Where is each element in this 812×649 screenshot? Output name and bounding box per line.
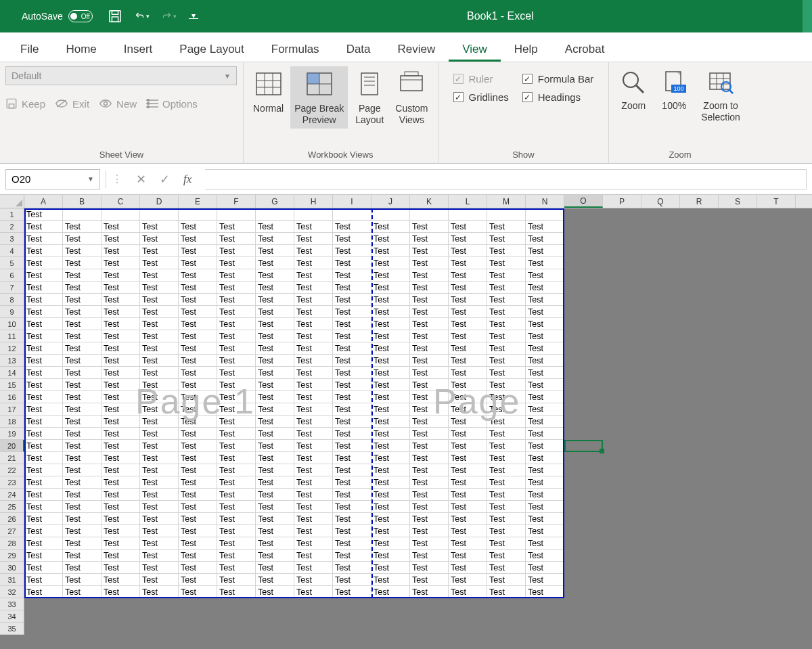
cell[interactable]: Test bbox=[410, 574, 449, 586]
cell[interactable] bbox=[603, 269, 641, 282]
cell[interactable]: Test bbox=[294, 330, 333, 342]
cell[interactable]: Test bbox=[526, 452, 564, 464]
cell[interactable] bbox=[641, 208, 680, 221]
cell[interactable] bbox=[140, 598, 179, 610]
col-header-C[interactable]: C bbox=[102, 195, 140, 208]
cell[interactable] bbox=[757, 294, 796, 306]
cell[interactable]: Test bbox=[63, 513, 102, 525]
cell[interactable]: Test bbox=[371, 525, 410, 537]
cell[interactable] bbox=[564, 221, 603, 233]
cell[interactable]: Test bbox=[526, 476, 564, 489]
cell[interactable]: Test bbox=[526, 574, 564, 586]
cell[interactable] bbox=[641, 318, 680, 330]
cell[interactable] bbox=[680, 562, 719, 574]
cell[interactable]: Test bbox=[179, 513, 217, 525]
cell[interactable]: Test bbox=[449, 318, 487, 330]
cell[interactable] bbox=[526, 623, 564, 635]
cell[interactable]: Test bbox=[294, 355, 333, 367]
col-header-L[interactable]: L bbox=[449, 195, 487, 208]
cell[interactable] bbox=[603, 391, 641, 403]
cell[interactable]: Test bbox=[294, 440, 333, 452]
cell[interactable]: Test bbox=[63, 367, 102, 379]
cell[interactable]: Test bbox=[371, 452, 410, 464]
tab-formulas[interactable]: Formulas bbox=[258, 36, 333, 62]
cell[interactable]: Test bbox=[140, 489, 179, 501]
cell[interactable] bbox=[371, 610, 410, 623]
cell[interactable]: Test bbox=[24, 367, 63, 379]
zoom-to-selection-button[interactable]: Zoom to Selection bbox=[696, 66, 746, 126]
cell[interactable]: Test bbox=[256, 355, 294, 367]
cell[interactable]: Test bbox=[256, 501, 294, 513]
cell[interactable]: Test bbox=[487, 562, 526, 574]
cell[interactable] bbox=[333, 623, 371, 635]
cell[interactable]: Test bbox=[487, 416, 526, 428]
cell[interactable]: Test bbox=[179, 452, 217, 464]
cell[interactable] bbox=[757, 428, 796, 440]
cell[interactable]: Test bbox=[256, 440, 294, 452]
cell[interactable]: Test bbox=[410, 221, 449, 233]
cell[interactable]: Test bbox=[24, 245, 63, 257]
cell[interactable] bbox=[564, 403, 603, 416]
cell[interactable] bbox=[680, 574, 719, 586]
cell[interactable]: Test bbox=[63, 440, 102, 452]
cell[interactable]: Test bbox=[63, 489, 102, 501]
cell[interactable]: Test bbox=[371, 428, 410, 440]
cell[interactable]: Test bbox=[24, 318, 63, 330]
cell[interactable] bbox=[757, 257, 796, 269]
row-header-14[interactable]: 14 bbox=[0, 367, 24, 379]
tab-page-layout[interactable]: Page Layout bbox=[166, 36, 257, 62]
cell[interactable]: Test bbox=[410, 416, 449, 428]
cell[interactable] bbox=[24, 623, 63, 635]
cell[interactable]: Test bbox=[179, 294, 217, 306]
cell[interactable]: Test bbox=[294, 294, 333, 306]
cell[interactable]: Test bbox=[449, 428, 487, 440]
cell[interactable] bbox=[757, 342, 796, 355]
row-header-15[interactable]: 15 bbox=[0, 379, 24, 391]
cell[interactable]: Test bbox=[333, 269, 371, 282]
cell[interactable]: Test bbox=[333, 221, 371, 233]
cell[interactable]: Test bbox=[487, 513, 526, 525]
cell[interactable] bbox=[564, 550, 603, 562]
cell[interactable]: Test bbox=[217, 221, 256, 233]
cell[interactable]: Test bbox=[256, 233, 294, 245]
cell[interactable]: Test bbox=[140, 379, 179, 391]
cell[interactable]: Test bbox=[179, 501, 217, 513]
cell[interactable]: Test bbox=[217, 562, 256, 574]
cell[interactable] bbox=[680, 391, 719, 403]
cell[interactable]: Test bbox=[487, 330, 526, 342]
cell[interactable]: Test bbox=[102, 294, 140, 306]
col-header-S[interactable]: S bbox=[719, 195, 757, 208]
cell[interactable]: Test bbox=[140, 221, 179, 233]
cell[interactable]: Test bbox=[217, 574, 256, 586]
cell[interactable] bbox=[719, 379, 757, 391]
cell[interactable]: Test bbox=[487, 550, 526, 562]
cell[interactable] bbox=[564, 574, 603, 586]
cell[interactable]: Test bbox=[487, 355, 526, 367]
cell[interactable] bbox=[680, 379, 719, 391]
cell[interactable]: Test bbox=[102, 428, 140, 440]
cell[interactable] bbox=[564, 476, 603, 489]
cell[interactable]: Test bbox=[371, 537, 410, 550]
cell[interactable] bbox=[603, 464, 641, 476]
cell[interactable]: Test bbox=[140, 501, 179, 513]
cell[interactable] bbox=[757, 330, 796, 342]
row-header-12[interactable]: 12 bbox=[0, 342, 24, 355]
cell[interactable]: Test bbox=[24, 574, 63, 586]
cell[interactable] bbox=[603, 501, 641, 513]
cell[interactable]: Test bbox=[487, 489, 526, 501]
row-header-7[interactable]: 7 bbox=[0, 282, 24, 294]
cell[interactable]: Test bbox=[140, 294, 179, 306]
cell[interactable] bbox=[757, 501, 796, 513]
cell[interactable]: Test bbox=[487, 245, 526, 257]
cell[interactable] bbox=[719, 476, 757, 489]
cell[interactable]: Test bbox=[294, 391, 333, 403]
cell[interactable]: Test bbox=[449, 221, 487, 233]
cell[interactable]: Test bbox=[63, 294, 102, 306]
cell[interactable] bbox=[757, 476, 796, 489]
cell[interactable] bbox=[641, 342, 680, 355]
cell[interactable] bbox=[102, 598, 140, 610]
cell[interactable] bbox=[487, 598, 526, 610]
cell[interactable]: Test bbox=[179, 428, 217, 440]
cell[interactable]: Test bbox=[410, 537, 449, 550]
cell[interactable] bbox=[564, 379, 603, 391]
